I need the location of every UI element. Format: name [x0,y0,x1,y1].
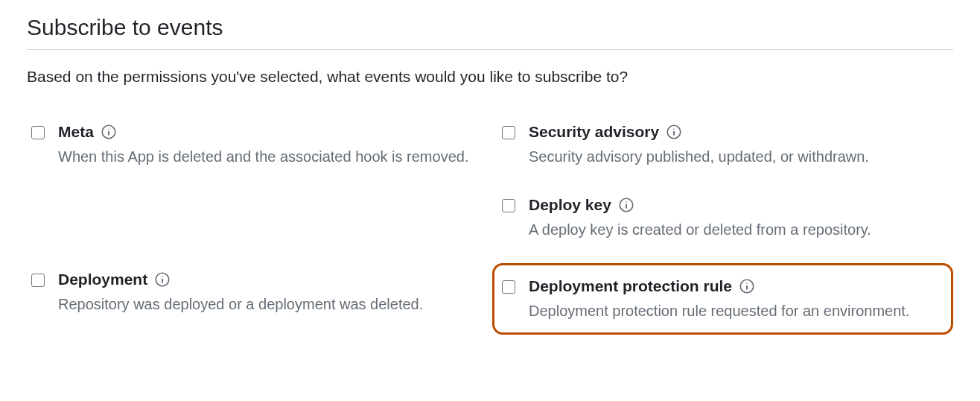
event-header: Deployment [58,271,478,288]
event-content: Deploy key A deploy key is created or de… [529,196,949,241]
section-description: Based on the permissions you've selected… [27,68,953,86]
info-icon[interactable] [739,279,754,294]
event-content: Deployment Repository was deployed or a … [58,271,478,315]
event-title: Security advisory [529,123,659,141]
events-column-left: Meta When this App is deleted and the as… [27,117,483,351]
event-item-deployment: Deployment Repository was deployed or a … [27,265,483,321]
event-item-deployment-protection-rule: Deployment protection rule Deployment pr… [492,263,953,335]
checkbox-security-advisory[interactable] [502,126,515,139]
svg-point-1 [108,129,109,130]
checkbox-deployment[interactable] [31,274,45,287]
section-heading: Subscribe to events [27,15,953,50]
checkbox-deployment-protection-rule[interactable] [502,280,515,294]
svg-point-7 [673,129,675,130]
event-content: Meta When this App is deleted and the as… [58,123,478,168]
svg-point-10 [626,202,627,203]
event-description: Security advisory published, updated, or… [529,145,949,168]
event-header: Deploy key [529,196,949,214]
event-content: Deployment protection rule Deployment pr… [529,277,944,322]
info-icon[interactable] [155,272,170,287]
event-description: A deploy key is created or deleted from … [529,218,949,241]
info-icon[interactable] [666,124,681,139]
checkbox-deploy-key[interactable] [502,199,515,212]
info-icon[interactable] [101,124,116,139]
event-item-security-advisory: Security advisory Security advisory publ… [497,117,953,174]
events-column-right: Security advisory Security advisory publ… [497,117,953,351]
event-header: Meta [58,123,478,141]
event-description: Repository was deployed or a deployment … [58,293,478,315]
subscribe-events-section: Subscribe to events Based on the permiss… [0,0,980,373]
event-title: Deployment protection rule [529,277,732,295]
event-title: Deployment [58,271,147,288]
checkbox-meta[interactable] [31,126,45,139]
svg-point-13 [746,283,748,285]
event-header: Security advisory [529,123,949,141]
event-item-meta: Meta When this App is deleted and the as… [27,117,483,174]
events-grid: Meta When this App is deleted and the as… [27,117,953,351]
event-description: Deployment protection rule requested for… [529,300,944,322]
info-icon[interactable] [619,198,634,212]
svg-point-4 [162,277,163,278]
event-item-deploy-key: Deploy key A deploy key is created or de… [497,190,953,247]
event-description: When this App is deleted and the associa… [58,145,478,168]
event-title: Deploy key [529,196,611,214]
event-title: Meta [58,123,94,141]
event-content: Security advisory Security advisory publ… [529,123,949,168]
event-header: Deployment protection rule [529,277,944,295]
